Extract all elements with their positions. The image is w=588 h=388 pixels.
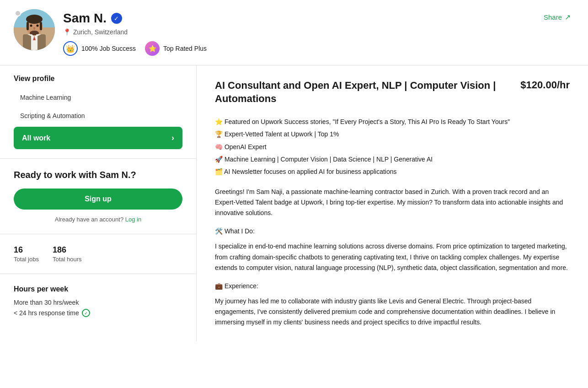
job-title-row: AI Consultant and Open AI Expert, NLP | … [215,79,570,105]
profile-header: Sam N. ✓ 📍 Zurich, Switzerland 👑 100% Jo… [0,0,588,65]
chevron-right-icon: › [171,133,174,143]
all-work-label: All work [22,134,50,142]
total-jobs-label: Total jobs [14,256,39,263]
profile-info: Sam N. ✓ 📍 Zurich, Switzerland 👑 100% Jo… [63,9,207,56]
profile-location: 📍 Zurich, Switzerland [63,28,207,36]
stats-row: 16 Total jobs 186 Total hours [14,245,182,263]
total-hours-stat: 186 Total hours [53,245,82,263]
svg-rect-8 [27,22,29,30]
cta-section: Ready to work with Sam N.? Sign up Alrea… [0,159,196,234]
total-jobs-value: 16 [14,245,39,255]
highlight-line: 🗂️ AI Newsletter focuses on applied AI f… [215,166,570,178]
highlights: ⭐ Featured on Upwork Success stories, "I… [215,116,570,178]
online-status-dot [15,10,21,16]
experience-text: My journey has led me to collaborate wit… [215,296,570,328]
hourly-rate: $120.00/hr [520,79,570,91]
job-success-badge: 👑 100% Job Success [63,41,136,56]
content-area: AI Consultant and Open AI Expert, NLP | … [197,65,588,341]
share-label: Share [544,13,562,21]
svg-rect-9 [40,22,42,30]
sidebar: View profile Machine Learning Scripting … [0,65,197,341]
stats-section: 16 Total jobs 186 Total hours [0,234,196,274]
sidebar-item-label: Scripting & Automation [20,112,85,119]
response-check-icon [82,309,90,317]
highlight-line: 🏆 Expert-Vetted Talent at Upwork | Top 1… [215,129,570,140]
hours-section: Hours per week More than 30 hrs/week < 2… [0,274,196,328]
skills-text: I specialize in end-to-end machine learn… [215,241,570,273]
total-hours-label: Total hours [53,256,82,263]
total-hours-value: 186 [53,245,82,255]
verified-badge: ✓ [111,13,122,24]
total-jobs-stat: 16 Total jobs [14,245,39,263]
share-button[interactable]: Share ↗ [540,9,574,25]
job-title: AI Consultant and Open AI Expert, NLP | … [215,79,520,105]
login-link-label: Log in [125,216,141,223]
what-i-do-heading: 🛠️ What I Do: [215,227,570,235]
response-time-row: < 24 hrs response time [14,309,182,317]
hours-title: Hours per week [14,285,182,293]
avatar-wrapper [14,9,55,50]
profile-badges: 👑 100% Job Success ⭐ Top Rated Plus [63,41,207,56]
sidebar-item-scripting-automation[interactable]: Scripting & Automation [14,108,182,124]
view-profile-label: View profile [14,75,182,83]
highlight-line: ⭐ Featured on Upwork Success stories, "I… [215,116,570,128]
svg-point-13 [33,27,35,30]
top-rated-badge: ⭐ Top Rated Plus [145,41,207,56]
bio-text: Greetings! I'm Sam Naji, a passionate ma… [215,187,570,218]
location-icon: 📍 [63,28,71,36]
login-prompt-text: Already have an account? [55,216,123,223]
svg-point-12 [37,25,39,27]
svg-point-11 [30,25,32,27]
highlight-line: 🧠 OpenAI Expert [215,141,570,153]
hours-value: More than 30 hrs/week [14,299,182,306]
share-icon: ↗ [565,13,571,22]
sidebar-item-label: Machine Learning [20,94,71,101]
main-layout: View profile Machine Learning Scripting … [0,65,588,341]
sidebar-view-profile-section: View profile Machine Learning Scripting … [0,65,196,159]
job-success-icon: 👑 [63,41,78,56]
sign-up-button[interactable]: Sign up [14,189,182,210]
highlight-line: 🚀 Machine Learning | Computer Vision | D… [215,154,570,165]
log-in-link[interactable]: Log in [125,216,141,223]
profile-header-left: Sam N. ✓ 📍 Zurich, Switzerland 👑 100% Jo… [14,9,207,56]
response-time-text: < 24 hrs response time [14,309,79,317]
profile-name: Sam N. [63,11,107,26]
sign-up-label: Sign up [85,195,112,203]
location-text: Zurich, Switzerland [73,28,128,36]
sidebar-item-machine-learning[interactable]: Machine Learning [14,89,182,106]
top-rated-label: Top Rated Plus [163,45,207,52]
login-prompt: Already have an account? Log in [14,216,182,223]
name-row: Sam N. ✓ [63,11,207,26]
experience-heading: 💼 Experience: [215,282,570,290]
top-rated-icon: ⭐ [145,41,160,56]
cta-title: Ready to work with Sam N.? [14,170,182,180]
all-work-button[interactable]: All work › [14,127,182,149]
job-success-label: 100% Job Success [81,45,136,52]
